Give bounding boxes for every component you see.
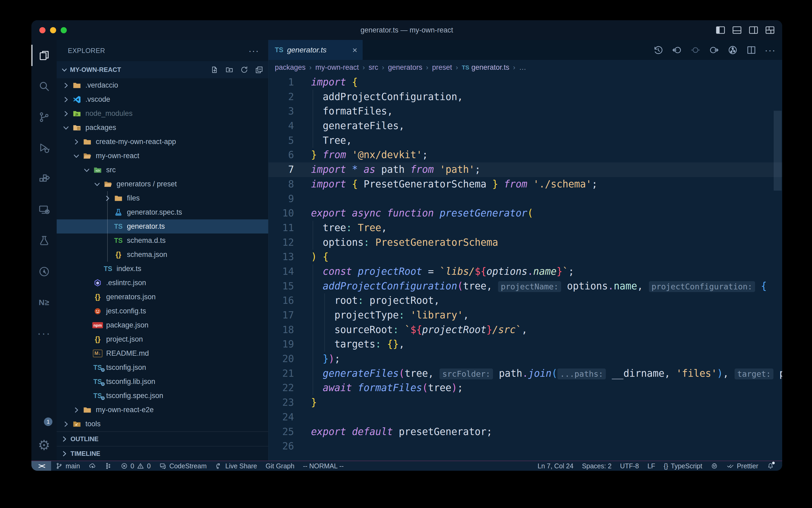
status-encoding[interactable]: UTF-8	[616, 461, 643, 471]
panel-outline[interactable]: OUTLINE	[57, 431, 268, 446]
code-line-11[interactable]: 11 tree: Tree,	[269, 221, 782, 236]
activitybar-gitlens-icon[interactable]	[32, 256, 57, 287]
nav-forward-icon[interactable]	[709, 45, 719, 55]
status-remote-indicator[interactable]: ><	[32, 461, 51, 471]
tree-item-tsconfig.json[interactable]: TS⚙tsconfig.json	[57, 361, 268, 375]
nav-circle-icon[interactable]	[690, 45, 701, 55]
breadcrumb-generator.ts[interactable]: TSgenerator.ts	[462, 64, 510, 72]
status-git-branch[interactable]: main	[51, 461, 84, 471]
code-line-26[interactable]: 26	[269, 439, 782, 454]
tree-item-tsconfig.spec.json[interactable]: TS⚙tsconfig.spec.json	[57, 389, 268, 403]
new-folder-icon[interactable]	[225, 66, 234, 74]
tree-item-generators.json[interactable]: {}generators.json	[57, 290, 268, 304]
code-line-18[interactable]: 18 sourceRoot: `${projectRoot}/src`,	[269, 323, 782, 337]
status-problems[interactable]: 00	[116, 461, 155, 471]
code-line-13[interactable]: 13) {	[269, 250, 782, 264]
tree-item-generator.ts[interactable]: TSgenerator.ts	[57, 219, 268, 234]
code-line-14[interactable]: 14 const projectRoot = `libs/${options.n…	[269, 264, 782, 279]
panel-timeline[interactable]: TIMELINE	[57, 446, 268, 461]
toggle-secondary-sidebar-icon[interactable]	[748, 25, 759, 35]
code-line-22[interactable]: 22 await formatFiles(tree);	[269, 381, 782, 395]
breadcrumb-packages[interactable]: packages	[275, 64, 306, 72]
code-line-16[interactable]: 16 root: projectRoot,	[269, 293, 782, 308]
code-line-5[interactable]: 5 Tree,	[269, 133, 782, 148]
nav-back-icon[interactable]	[672, 45, 682, 55]
code-line-2[interactable]: 2 addProjectConfiguration,	[269, 90, 782, 104]
code-line-24[interactable]: 24	[269, 410, 782, 425]
activitybar-nx-console-icon[interactable]: N≥	[32, 287, 57, 318]
tree-item-schema.json[interactable]: {}schema.json	[57, 248, 268, 262]
tree-item-package.json[interactable]: npmpackage.json	[57, 318, 268, 332]
tree-item-schema.d.ts[interactable]: TSschema.d.ts	[57, 234, 268, 248]
code-line-20[interactable]: 20 });	[269, 352, 782, 366]
vertical-scrollbar[interactable]	[774, 111, 782, 461]
more-actions-icon[interactable]: ···	[765, 45, 775, 55]
tree-item-.vscode[interactable]: .vscode	[57, 92, 268, 107]
code-area[interactable]: 1import {2 addProjectConfiguration,3 for…	[269, 75, 782, 461]
status-git-commits[interactable]	[100, 461, 116, 471]
breadcrumb--[interactable]: …	[519, 64, 526, 72]
status-live-share[interactable]: Live Share	[211, 461, 261, 471]
tree-item-.eslintrc.json[interactable]: .eslintrc.json	[57, 276, 268, 290]
activitybar-explorer-icon[interactable]	[32, 40, 57, 71]
status-indentation[interactable]: Spaces: 2	[578, 461, 616, 471]
tree-item-generator.spec.ts[interactable]: generator.spec.ts	[57, 205, 268, 219]
close-tab-icon[interactable]: ×	[352, 46, 357, 54]
status-language-mode[interactable]: {}TypeScript	[660, 461, 707, 471]
status-prettier[interactable]: Prettier	[722, 461, 763, 471]
code-line-15[interactable]: 15 addProjectConfiguration(tree, project…	[269, 279, 782, 294]
tree-item-tsconfig.lib.json[interactable]: TS⚙tsconfig.lib.json	[57, 375, 268, 389]
activitybar-extensions-icon[interactable]	[32, 164, 57, 194]
breadcrumb-src[interactable]: src	[369, 64, 378, 72]
code-line-9[interactable]: 9	[269, 192, 782, 206]
tree-item-project.json[interactable]: {}project.json	[57, 332, 268, 346]
refresh-icon[interactable]	[240, 66, 248, 74]
tree-item-my-own-react[interactable]: my-own-react	[57, 149, 268, 163]
code-line-7[interactable]: 7import * as path from 'path';	[269, 162, 782, 177]
status-cursor-position[interactable]: Ln 7, Col 24	[533, 461, 578, 471]
tree-item-node-modules[interactable]: jsnode_modules	[57, 107, 268, 121]
customize-layout-icon[interactable]	[765, 25, 775, 35]
tree-item-packages[interactable]: packages	[57, 121, 268, 135]
tree-item-index.ts[interactable]: TSindex.ts	[57, 262, 268, 276]
status-codestream[interactable]: CodeStream	[155, 461, 211, 471]
breadcrumb-preset[interactable]: preset	[432, 64, 452, 72]
tree-item-create-my-own-react-app[interactable]: create-my-own-react-app	[57, 135, 268, 149]
activitybar-remote-explorer-icon[interactable]	[32, 194, 57, 225]
collapse-all-icon[interactable]	[255, 66, 264, 74]
tree-item-my-own-react-e2e[interactable]: my-own-react-e2e	[57, 403, 268, 417]
code-line-23[interactable]: 23}	[269, 395, 782, 410]
activitybar-search-icon[interactable]	[32, 71, 57, 102]
status-publish-changes[interactable]	[84, 461, 100, 471]
status-assistant[interactable]	[706, 461, 722, 471]
activitybar-source-control-icon[interactable]	[32, 102, 57, 133]
code-line-19[interactable]: 19 targets: {},	[269, 337, 782, 352]
activitybar-accounts-icon[interactable]: 1	[32, 399, 57, 430]
status-vim-mode[interactable]: -- NORMAL --	[299, 461, 348, 471]
code-line-4[interactable]: 4 generateFiles,	[269, 119, 782, 133]
workspace-section-header[interactable]: MY-OWN-REACT	[57, 61, 268, 78]
status-notifications[interactable]	[763, 461, 778, 471]
tree-item-src[interactable]: </>src	[57, 163, 268, 177]
code-line-3[interactable]: 3 formatFiles,	[269, 104, 782, 119]
code-line-12[interactable]: 12 options: PresetGeneratorSchema	[269, 236, 782, 250]
status-eol[interactable]: LF	[643, 461, 659, 471]
toggle-primary-sidebar-icon[interactable]	[715, 25, 726, 35]
code-line-8[interactable]: 8import { PresetGeneratorSchema } from '…	[269, 177, 782, 192]
code-line-17[interactable]: 17 projectType: 'library',	[269, 308, 782, 323]
activitybar-testing-icon[interactable]	[32, 225, 57, 256]
breadcrumb-my-own-react[interactable]: my-own-react	[315, 64, 359, 72]
breadcrumb-generators[interactable]: generators	[388, 64, 422, 72]
activitybar-more-views-icon[interactable]: ···	[32, 318, 57, 349]
split-editor-icon[interactable]	[746, 45, 757, 55]
code-line-1[interactable]: 1import {	[269, 75, 782, 90]
code-line-10[interactable]: 10export async function presetGenerator(	[269, 206, 782, 221]
code-line-21[interactable]: 21 generateFiles(tree, srcFolder: path.j…	[269, 366, 782, 381]
explorer-more-icon[interactable]: ···	[248, 46, 259, 56]
tree-item-generators-preset[interactable]: generators / preset	[57, 177, 268, 191]
tab-generator-ts[interactable]: TS generator.ts ×	[269, 40, 363, 60]
timeline-history-icon[interactable]	[653, 45, 664, 55]
code-line-25[interactable]: 25export default presetGenerator;	[269, 425, 782, 439]
tree-item-tools[interactable]: tools	[57, 417, 268, 431]
tree-item-.verdaccio[interactable]: .verdaccio	[57, 78, 268, 92]
